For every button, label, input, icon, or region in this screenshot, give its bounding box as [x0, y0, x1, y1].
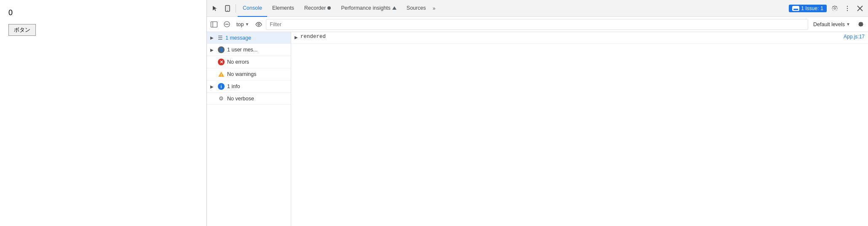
issue-icon: ▬ — [792, 6, 799, 11]
tab-elements[interactable]: Elements — [267, 0, 299, 17]
tab-sources[interactable]: Sources — [402, 0, 431, 17]
tab-performance-insights[interactable]: Performance insights — [336, 0, 401, 17]
svg-rect-8 — [211, 22, 217, 27]
sidebar-item-user-messages-label: 1 user mes... — [227, 47, 257, 53]
console-output-area: ▶ rendered App.js:17 — [291, 32, 868, 226]
svg-rect-1 — [226, 6, 229, 10]
svg-point-2 — [227, 10, 228, 11]
page-preview: 0 ボタン — [0, 0, 206, 226]
default-levels-button[interactable]: Default levels ▼ — [810, 21, 854, 28]
context-label: top — [236, 22, 244, 27]
sidebar-item-info[interactable]: ▶ i 1 info — [207, 81, 291, 93]
more-tabs-chevron[interactable]: » — [431, 5, 437, 11]
console-secondary-toolbar: top ▼ Default levels ▼ — [207, 17, 868, 32]
entry-expand-arrow[interactable]: ▶ — [295, 35, 298, 40]
entry-source-link[interactable]: App.js:17 — [844, 34, 865, 40]
sidebar-item-errors[interactable]: ▶ ✕ No errors — [207, 56, 291, 68]
messages-list-icon: ☰ — [218, 35, 223, 41]
svg-point-4 — [847, 8, 848, 8]
sidebar-item-user-messages[interactable]: ▶ 👤 1 user mes... — [207, 44, 291, 56]
issue-label: 1 Issue: — [801, 5, 819, 11]
svg-point-3 — [847, 5, 848, 6]
svg-point-5 — [847, 10, 848, 11]
tab-recorder[interactable]: Recorder — [299, 0, 336, 17]
performance-triangle-icon — [392, 6, 396, 10]
table-row: ▶ rendered App.js:17 — [291, 32, 868, 44]
filter-input[interactable] — [266, 19, 808, 30]
console-sidebar: ▶ ☰ 1 message ▶ 👤 1 user mes... ▶ ✕ No e… — [207, 32, 291, 226]
issue-count: 1 — [820, 5, 823, 11]
live-expressions-button[interactable] — [253, 19, 264, 30]
toolbar-divider — [236, 4, 236, 13]
recorder-dot-icon — [327, 6, 331, 10]
console-settings-button[interactable] — [855, 19, 866, 30]
sidebar-item-warnings[interactable]: ▶ ! No warnings — [207, 68, 291, 81]
default-levels-arrow: ▼ — [846, 22, 850, 27]
page-button[interactable]: ボタン — [8, 24, 36, 36]
warning-triangle-icon: ! — [218, 71, 225, 78]
devtools-tabbar: Console Elements Recorder Performance in… — [207, 0, 868, 17]
sidebar-toggle-button[interactable] — [209, 19, 220, 30]
sidebar-item-info-label: 1 info — [227, 83, 240, 89]
messages-expand-arrow: ▶ — [210, 35, 215, 40]
devtools-panel: Console Elements Recorder Performance in… — [206, 0, 868, 226]
more-options-icon[interactable] — [841, 2, 854, 15]
error-icon: ✕ — [218, 59, 225, 65]
sidebar-item-verbose-label: No verbose — [227, 96, 254, 102]
pointer-icon[interactable] — [209, 2, 221, 15]
close-devtools-button[interactable] — [854, 2, 866, 15]
sidebar-item-messages-label: 1 message — [225, 35, 251, 41]
default-levels-label: Default levels — [813, 22, 845, 27]
settings-icon[interactable] — [828, 2, 841, 15]
entry-text: rendered — [300, 34, 840, 40]
verbose-gear-icon: ⚙ — [218, 95, 225, 102]
svg-text:!: ! — [221, 73, 222, 77]
user-messages-expand-arrow: ▶ — [210, 48, 215, 52]
context-dropdown-arrow: ▼ — [245, 22, 249, 27]
tab-console[interactable]: Console — [238, 0, 267, 17]
context-selector[interactable]: top ▼ — [234, 21, 252, 28]
sidebar-item-messages[interactable]: ▶ ☰ 1 message — [207, 32, 291, 44]
console-main-area: ▶ ☰ 1 message ▶ 👤 1 user mes... ▶ ✕ No e… — [207, 32, 868, 226]
sidebar-item-warnings-label: No warnings — [227, 71, 256, 77]
sidebar-item-errors-label: No errors — [227, 59, 249, 65]
counter-display: 0 — [8, 8, 198, 17]
user-messages-icon: 👤 — [218, 46, 225, 53]
info-icon: i — [218, 83, 225, 90]
svg-point-12 — [258, 24, 260, 25]
sidebar-item-verbose[interactable]: ▶ ⚙ No verbose — [207, 93, 291, 105]
clear-console-button[interactable] — [221, 19, 232, 30]
device-icon[interactable] — [221, 2, 234, 15]
issue-badge[interactable]: ▬ 1 Issue: 1 — [789, 5, 827, 12]
info-expand-arrow: ▶ — [210, 84, 215, 89]
